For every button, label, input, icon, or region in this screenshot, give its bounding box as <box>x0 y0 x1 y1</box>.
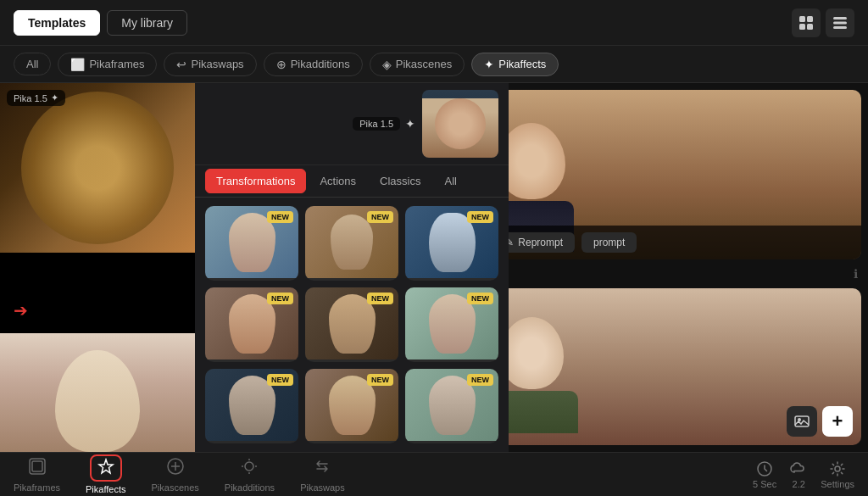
bottom-nav: Pikaframes Pikaffects Pikascenes <box>0 452 868 496</box>
tab-classics[interactable]: Classics <box>370 170 431 192</box>
pikaswaps-nav-icon <box>313 457 331 480</box>
transform-item-classy-me[interactable]: NEW Classy Me <box>205 287 298 362</box>
filter-pikadditions[interactable]: ⊕ Pikadditions <box>264 53 363 76</box>
nav-pikadditions[interactable]: Pikadditions <box>225 457 275 493</box>
bottom-nav-right: 5 Sec 2.2 Settings <box>753 460 854 489</box>
pikaframes-icon <box>28 457 47 476</box>
nav-duration[interactable]: 5 Sec <box>753 460 776 489</box>
nav-pikascenes[interactable]: Pikascenes <box>152 457 199 493</box>
bottom-preview <box>0 333 195 452</box>
filter-bar: All ⬜ Pikaframes ↩ Pikaswaps ⊕ Pikadditi… <box>0 46 868 83</box>
face-circle <box>435 98 486 149</box>
cloud-icon <box>790 460 807 477</box>
princess-me-new-badge: NEW <box>467 293 493 304</box>
arrow-indicator: ➔ <box>14 300 28 320</box>
pikaswaps-icon <box>313 457 331 476</box>
princess-me-label: Princess Me <box>405 359 498 362</box>
pikaswaps-icon: ↩ <box>176 58 186 71</box>
tab-templates[interactable]: Templates <box>14 10 100 36</box>
pika-version-label: Pika 1.5 <box>14 93 47 103</box>
filter-pikaframes[interactable]: ⬜ Pikaframes <box>58 53 157 76</box>
settings-label: Settings <box>821 479 854 489</box>
filter-pikascenes-label: Pikascenes <box>396 58 452 70</box>
filter-pikaframes-label: Pikaframes <box>89 58 144 70</box>
pikadditions-nav-icon <box>240 457 259 480</box>
filter-pikaffects-label: Pikaffects <box>498 58 546 70</box>
svg-rect-6 <box>833 26 847 29</box>
nav-pikadditions-label: Pikadditions <box>225 482 275 493</box>
svg-rect-1 <box>807 16 813 22</box>
tab-transformations[interactable]: Transformations <box>205 169 306 193</box>
pikaffects-icon: ✦ <box>484 58 494 71</box>
list-view-button[interactable] <box>826 8 854 37</box>
mona-me-new-badge: NEW <box>367 374 393 386</box>
fairytale-me-new-badge: NEW <box>367 293 393 304</box>
transformation-grid: NEW Mrs. Me NEW Baby Me NEW Puppy Me <box>195 198 509 452</box>
bottom-card-actions: + <box>787 406 853 437</box>
tab-actions[interactable]: Actions <box>309 170 366 192</box>
classy-me-new-badge: NEW <box>267 293 293 304</box>
image-icon <box>794 414 810 429</box>
transform-item-baby-me[interactable]: NEW Baby Me <box>305 206 398 281</box>
filter-pikaffects[interactable]: ✦ Pikaffects <box>471 53 559 76</box>
tab-my-library[interactable]: My library <box>107 10 187 36</box>
pikaffects-icon <box>97 458 115 476</box>
left-promo-card: Pika 1.5 ✦ INTRODUCING PIKAFRAMES Get st… <box>0 83 195 452</box>
popup-top-row: Pika 1.5 ✦ <box>195 83 509 165</box>
person-top-preview <box>422 98 498 158</box>
nav-pikaframes[interactable]: Pikaframes <box>14 457 60 493</box>
svg-rect-3 <box>807 24 813 30</box>
nav-pikaffects-label: Pikaffects <box>86 484 126 494</box>
ring-decoration <box>21 92 174 244</box>
version-label: 2.2 <box>793 479 805 489</box>
tab-all[interactable]: All <box>434 170 466 192</box>
transform-item-mrs-me[interactable]: NEW Mrs. Me <box>205 206 298 281</box>
grid-view-button[interactable] <box>792 8 821 37</box>
tab-group: Templates My library <box>14 10 187 36</box>
puppy-me-new-badge: NEW <box>467 211 493 223</box>
nav-pikaswaps-label: Pikaswaps <box>300 482 345 493</box>
pikadditions-icon: ⊕ <box>276 58 287 71</box>
transform-item-fairytale-me[interactable]: NEW Fairytale Me <box>305 287 398 362</box>
pikascenes-icon <box>166 457 185 476</box>
pikaffects-nav-icon <box>90 454 122 482</box>
mona-me-label: Mona Me <box>305 441 398 443</box>
add-button[interactable]: + <box>822 406 853 437</box>
nav-version[interactable]: 2.2 <box>790 460 807 489</box>
svg-point-12 <box>245 462 253 471</box>
prompt-button[interactable]: prompt <box>581 232 637 253</box>
svg-rect-7 <box>795 416 809 426</box>
filter-pikadditions-label: Pikadditions <box>291 58 350 70</box>
woman-head <box>500 317 564 389</box>
nav-pikaffects[interactable]: Pikaffects <box>86 454 126 494</box>
bottom-nav-left: Pikaframes Pikaffects Pikascenes <box>14 454 345 494</box>
view-toggle <box>792 8 854 37</box>
museum-me-label: Museum Me <box>405 441 498 443</box>
filter-pikaswaps-label: Pikaswaps <box>191 58 243 70</box>
baby-me-label: Baby Me <box>305 278 398 281</box>
sparkle-icon: ✦ <box>51 92 58 103</box>
nav-pikaswaps[interactable]: Pikaswaps <box>300 457 345 493</box>
filter-pikascenes[interactable]: ◈ Pikascenes <box>370 53 465 76</box>
transform-item-mona-me[interactable]: NEW Mona Me <box>305 369 398 443</box>
transform-item-vip-me[interactable]: NEW VIP Me <box>205 369 298 443</box>
filter-pikaswaps[interactable]: ↩ Pikaswaps <box>164 53 256 76</box>
clock-icon <box>756 460 773 477</box>
nav-pikaframes-label: Pikaframes <box>14 482 60 493</box>
transform-item-puppy-me[interactable]: NEW Puppy Me <box>405 206 498 281</box>
list-icon <box>832 15 848 31</box>
nav-settings[interactable]: Settings <box>821 460 854 489</box>
person-preview-image <box>0 333 195 452</box>
popup-panel: Pika 1.5 ✦ Transformations Actions Class… <box>195 83 509 452</box>
transform-item-museum-me[interactable]: NEW Museum Me <box>405 369 498 443</box>
image-upload-button[interactable] <box>787 406 817 437</box>
vip-me-new-badge: NEW <box>267 374 293 386</box>
grid-icon <box>798 15 814 31</box>
popup-tabs: Transformations Actions Classics All <box>195 165 509 198</box>
nav-pikascenes-label: Pikascenes <box>152 482 199 493</box>
prompt-label: prompt <box>593 237 625 248</box>
filter-all[interactable]: All <box>14 53 51 75</box>
puppy-me-label: Puppy Me <box>405 278 498 281</box>
svg-rect-2 <box>799 24 805 30</box>
transform-item-princess-me[interactable]: NEW Princess Me <box>405 287 498 362</box>
